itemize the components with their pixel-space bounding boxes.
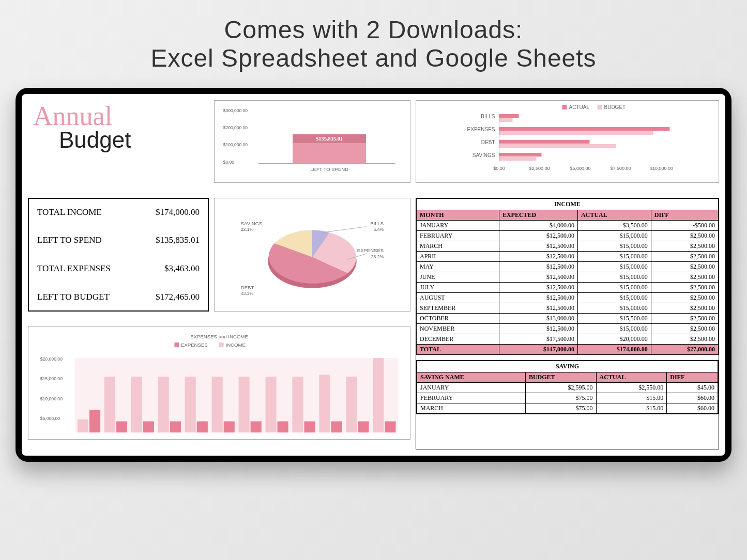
svg-text:$135,835.01: $135,835.01 xyxy=(316,136,343,142)
svg-rect-20 xyxy=(499,140,590,144)
svg-rect-11 xyxy=(598,105,602,110)
svg-rect-58 xyxy=(158,377,169,432)
svg-text:DEBT: DEBT xyxy=(241,284,254,290)
left-to-spend-chart: $300,000.00 $200,000.00 $100,000.00 $0.0… xyxy=(214,100,410,183)
svg-rect-60 xyxy=(185,377,196,432)
svg-text:$5,000.00: $5,000.00 xyxy=(570,166,590,171)
svg-rect-23 xyxy=(499,153,542,157)
svg-rect-21 xyxy=(499,144,616,148)
table-row: MARCH$75.00$15.00$60.00 xyxy=(417,403,718,413)
category-hbar-chart: ACTUAL BUDGET BILLS EXPENSES DEBT SAVING… xyxy=(416,100,719,183)
svg-text:$20,000.00: $20,000.00 xyxy=(40,356,63,362)
svg-rect-69 xyxy=(304,422,315,433)
svg-text:22.1%: 22.1% xyxy=(241,227,254,232)
logo-script: Annual xyxy=(33,105,204,127)
svg-text:SAVINGS: SAVINGS xyxy=(472,152,495,158)
svg-rect-55 xyxy=(116,422,127,433)
breakdown-pie-chart: BILLS 6.4% EXPENSES 28.2% DEBT 43.3% SAV… xyxy=(214,198,410,312)
svg-text:$15,000.00: $15,000.00 xyxy=(40,377,63,382)
svg-rect-67 xyxy=(278,422,288,433)
svg-text:$2,500.00: $2,500.00 xyxy=(529,166,550,171)
saving-title: SAVING xyxy=(417,361,718,372)
svg-text:LEFT TO SPEND: LEFT TO SPEND xyxy=(310,166,348,172)
svg-rect-9 xyxy=(562,105,567,110)
table-row: JULY$12,500.00$15,000.00$2,500.00 xyxy=(417,282,719,292)
svg-text:BILLS: BILLS xyxy=(370,220,384,226)
summary-row: LEFT TO SPEND$135,835.01 xyxy=(37,235,200,245)
table-row: MARCH$12,500.00$15,000.00$2,500.00 xyxy=(417,241,719,251)
table-row: MAY$12,500.00$15,000.00$2,500.00 xyxy=(417,261,719,272)
svg-text:43.3%: 43.3% xyxy=(241,291,254,296)
table-row: DECEMBER$17,500.00$20,000.00$2,500.00 xyxy=(417,334,719,344)
svg-text:$0.00: $0.00 xyxy=(223,160,235,165)
svg-rect-72 xyxy=(346,377,357,432)
svg-rect-62 xyxy=(212,377,223,432)
svg-rect-70 xyxy=(319,375,330,433)
svg-rect-74 xyxy=(373,358,384,432)
table-row: JANUARY$4,000.00$3,500.00-$500.00 xyxy=(417,220,719,230)
svg-rect-63 xyxy=(224,422,235,433)
svg-text:$10,000.00: $10,000.00 xyxy=(40,396,63,401)
svg-text:INCOME: INCOME xyxy=(226,342,246,348)
svg-text:ACTUAL: ACTUAL xyxy=(569,104,590,110)
svg-rect-68 xyxy=(292,377,303,432)
svg-rect-65 xyxy=(251,422,262,433)
table-row: SEPTEMBER$12,500.00$15,000.00$2,500.00 xyxy=(417,303,719,313)
svg-text:SAVINGS: SAVINGS xyxy=(241,220,263,226)
svg-rect-64 xyxy=(239,377,250,432)
summary-row: TOTAL INCOME$174,000.00 xyxy=(37,207,200,217)
hero-line2: Excel Spreadsheet and Google Sheets xyxy=(31,44,716,72)
svg-text:BUDGET: BUDGET xyxy=(604,104,626,110)
logo-sub: Budget xyxy=(59,127,204,153)
svg-text:EXPENSES and INCOME: EXPENSES and INCOME xyxy=(190,334,248,340)
income-title: INCOME xyxy=(417,198,719,210)
svg-rect-75 xyxy=(385,422,395,433)
logo: Annual Budget xyxy=(28,100,209,193)
table-row: JANUARY$2,595.00$2,550.00$45.00 xyxy=(417,382,718,393)
summary-row: LEFT TO BUDGET$172,465.00 xyxy=(37,292,200,302)
table-row: JUNE$12,500.00$15,000.00$2,500.00 xyxy=(417,272,719,282)
svg-text:6.4%: 6.4% xyxy=(374,227,384,232)
svg-text:$200,000.00: $200,000.00 xyxy=(223,125,248,130)
svg-rect-17 xyxy=(499,127,670,131)
table-row: AUGUST$12,500.00$15,000.00$2,500.00 xyxy=(417,292,719,303)
svg-text:$7,500.00: $7,500.00 xyxy=(610,166,631,171)
svg-rect-66 xyxy=(265,377,276,432)
svg-rect-43 xyxy=(174,343,179,347)
saving-header: SAVING NAMEBUDGETACTUALDIFF xyxy=(417,372,718,382)
income-table: INCOME MONTHEXPECTEDACTUALDIFF JANUARY$4… xyxy=(416,198,719,355)
svg-rect-71 xyxy=(331,422,342,433)
svg-rect-59 xyxy=(170,422,181,433)
expenses-income-chart: EXPENSES and INCOME EXPENSES INCOME $20,… xyxy=(28,326,410,440)
svg-text:EXPENSES: EXPENSES xyxy=(181,342,208,348)
svg-text:28.2%: 28.2% xyxy=(371,254,384,259)
hero-title: Comes with 2 Downloads: Excel Spreadshee… xyxy=(0,0,747,83)
svg-rect-57 xyxy=(143,422,154,433)
svg-text:DEBT: DEBT xyxy=(481,139,495,145)
svg-text:EXPENSES: EXPENSES xyxy=(357,247,384,253)
table-row: NOVEMBER$12,500.00$15,000.00$2,500.00 xyxy=(417,323,719,334)
svg-rect-61 xyxy=(197,422,208,433)
saving-table: SAVING SAVING NAMEBUDGETACTUALDIFF JANUA… xyxy=(417,361,718,414)
svg-rect-24 xyxy=(499,157,537,161)
svg-rect-73 xyxy=(358,422,369,433)
hero-line1: Comes with 2 Downloads: xyxy=(31,15,716,44)
summary-box: TOTAL INCOME$174,000.00 LEFT TO SPEND$13… xyxy=(28,198,209,312)
income-saving-panel: INCOME MONTHEXPECTEDACTUALDIFF JANUARY$4… xyxy=(416,198,719,449)
income-header: MONTHEXPECTEDACTUALDIFF xyxy=(417,210,719,220)
svg-text:EXPENSES: EXPENSES xyxy=(467,127,495,132)
svg-rect-52 xyxy=(78,419,88,432)
svg-rect-15 xyxy=(499,118,513,122)
svg-rect-18 xyxy=(499,131,653,135)
tablet-frame: Annual Budget $300,000.00 $200,000.00 $1… xyxy=(16,88,731,462)
svg-rect-53 xyxy=(89,410,100,432)
svg-rect-45 xyxy=(219,343,224,347)
svg-text:BILLS: BILLS xyxy=(481,114,495,119)
svg-line-40 xyxy=(322,226,367,232)
svg-text:$0.00: $0.00 xyxy=(493,166,505,171)
svg-text:$5,000.00: $5,000.00 xyxy=(40,416,60,421)
svg-text:$300,000.00: $300,000.00 xyxy=(223,108,248,113)
spreadsheet-screen: Annual Budget $300,000.00 $200,000.00 $1… xyxy=(22,94,725,456)
table-row: OCTOBER$13,000.00$15,500.00$2,500.00 xyxy=(417,313,719,323)
svg-text:$10,000.00: $10,000.00 xyxy=(650,166,673,171)
